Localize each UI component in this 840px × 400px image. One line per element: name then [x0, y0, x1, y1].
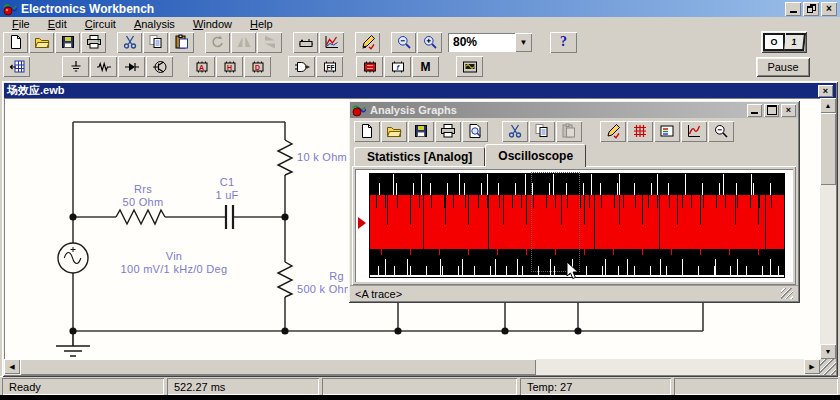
analysis-grid-button[interactable] [627, 121, 653, 142]
transistors-bin-button[interactable] [146, 56, 173, 77]
create-subcircuit-button[interactable] [293, 32, 318, 53]
cut-button[interactable] [117, 32, 142, 53]
analysis-tab-bar: Statistics [Analog] Oscilloscope [354, 144, 796, 167]
dropdown-arrow-icon: ▼ [520, 38, 528, 47]
menu-help[interactable]: Help [241, 18, 282, 30]
logic-gates-bin-button[interactable] [288, 56, 315, 77]
power-on-label: 1 [784, 33, 806, 51]
digital-bin-button[interactable]: FF [316, 56, 343, 77]
zoom-level-combo[interactable]: 80% ▼ [448, 33, 532, 52]
zoom-out-icon [713, 123, 729, 139]
horizontal-scrollbar[interactable]: ◀ ▶ [4, 359, 820, 375]
resistor-rrs[interactable] [116, 210, 165, 224]
analysis-print-preview-button[interactable] [462, 121, 488, 142]
pause-button[interactable]: Pause [756, 57, 810, 77]
logic-gate-icon [294, 59, 310, 75]
new-button[interactable] [3, 32, 28, 53]
close-button[interactable]: × [821, 2, 837, 16]
save-icon [413, 123, 429, 139]
resistor-10k[interactable] [278, 140, 292, 175]
analysis-graph-properties-button[interactable] [681, 121, 707, 142]
scroll-right-button[interactable]: ▶ [804, 359, 820, 374]
capacitor-c1[interactable] [226, 205, 233, 229]
menu-edit[interactable]: Edit [39, 18, 76, 30]
digital-ic-chip-icon: D [250, 59, 266, 75]
copy-icon [534, 123, 550, 139]
controls-bin-button[interactable]: f [384, 56, 411, 77]
analysis-minimize-button[interactable] [747, 104, 762, 117]
rotate-button[interactable] [205, 32, 230, 53]
component-properties-button[interactable] [355, 32, 380, 53]
tab-statistics-analog[interactable]: Statistics [Analog] [354, 147, 485, 167]
tab-oscilloscope[interactable]: Oscilloscope [485, 144, 586, 167]
status-panel-blank2 [674, 378, 838, 395]
zoom-level-dropdown-button[interactable]: ▼ [515, 33, 532, 52]
legend-icon [659, 123, 675, 139]
new-document-icon [8, 34, 24, 50]
status-sim-time: 522.27 ms [167, 378, 319, 395]
scroll-up-button[interactable]: ▲ [820, 98, 836, 113]
flip-horizontal-button[interactable] [231, 32, 256, 53]
analysis-copy-button[interactable] [529, 121, 555, 142]
analysis-close-button[interactable]: × [781, 104, 796, 117]
menu-file[interactable]: File [3, 18, 39, 30]
document-titlebar[interactable]: 场效应.ewb × [4, 83, 836, 98]
horizontal-scroll-thumb[interactable] [20, 359, 536, 375]
app-title: Electronics Workbench [21, 2, 154, 16]
vertical-scroll-thumb[interactable] [820, 113, 836, 185]
graph-properties-icon [686, 123, 702, 139]
diodes-bin-button[interactable] [118, 56, 145, 77]
document-close-button[interactable]: × [818, 85, 833, 97]
app-titlebar[interactable]: Electronics Workbench × [0, 0, 840, 17]
wire-stubs[interactable] [398, 303, 703, 331]
analysis-cut-button[interactable] [502, 121, 528, 142]
zoom-in-button[interactable] [417, 32, 442, 53]
analysis-zoom-button[interactable] [708, 121, 734, 142]
analysis-maximize-button[interactable] [764, 104, 779, 117]
restore-button[interactable] [803, 2, 819, 16]
print-button[interactable] [81, 32, 106, 53]
analysis-properties-button[interactable] [600, 121, 626, 142]
ground-symbol[interactable] [56, 331, 90, 356]
analysis-new-button[interactable] [354, 121, 380, 142]
paste-button[interactable] [169, 32, 194, 53]
misc-label: M [421, 60, 431, 74]
zoom-level-value[interactable]: 80% [448, 33, 515, 52]
zoom-out-button[interactable] [391, 32, 416, 53]
menu-analysis[interactable]: Analysis [125, 18, 184, 30]
scroll-down-button[interactable]: ▼ [820, 344, 836, 359]
display-graphs-button[interactable] [319, 32, 344, 53]
analysis-graphs-titlebar[interactable]: Analysis Graphs × [350, 102, 798, 118]
minimize-button[interactable] [785, 2, 801, 16]
basic-bin-button[interactable] [90, 56, 117, 77]
analysis-open-button[interactable] [381, 121, 407, 142]
sources-bin-button[interactable] [62, 56, 89, 77]
analysis-save-button[interactable] [408, 121, 434, 142]
analysis-paste-button[interactable] [556, 121, 582, 142]
analog-ic-bin-button[interactable]: A [188, 56, 215, 77]
help-button[interactable]: ? [550, 32, 577, 53]
copy-button[interactable] [143, 32, 168, 53]
indicators-bin-button[interactable] [356, 56, 383, 77]
resize-grip[interactable] [820, 359, 836, 375]
flip-vertical-button[interactable] [257, 32, 282, 53]
analysis-print-button[interactable] [435, 121, 461, 142]
scroll-left-button[interactable]: ◀ [4, 359, 20, 374]
miscellaneous-bin-button[interactable]: M [412, 56, 439, 77]
analysis-resize-grip[interactable] [781, 288, 793, 299]
label-c1-value: 1 uF [197, 189, 257, 201]
analysis-legend-button[interactable] [654, 121, 680, 142]
save-button[interactable] [55, 32, 80, 53]
menu-circuit[interactable]: Circuit [76, 18, 125, 30]
vertical-scrollbar[interactable]: ▲ ▼ [820, 98, 836, 359]
digital-ic-bin-button[interactable]: D [244, 56, 271, 77]
power-switch[interactable]: O 1 [761, 31, 807, 53]
open-folder-icon [386, 123, 402, 139]
instruments-bin-button[interactable] [456, 56, 483, 77]
label-rg-value: 500 k Ohm [297, 283, 354, 295]
component-bin-button[interactable] [3, 56, 30, 77]
menu-window[interactable]: Window [184, 18, 241, 30]
status-ready: Ready [2, 378, 164, 395]
mixed-ic-bin-button[interactable]: H [216, 56, 243, 77]
open-button[interactable] [29, 32, 54, 53]
